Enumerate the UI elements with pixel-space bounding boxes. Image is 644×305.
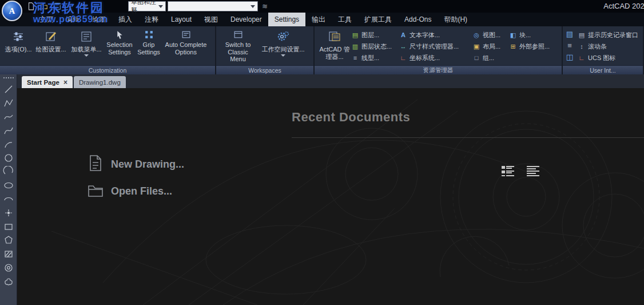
tab-addons[interactable]: Add-Ons	[398, 13, 438, 26]
layer-states-button[interactable]: 图层状态...	[351, 41, 399, 52]
toolbar-grip-handle[interactable]	[3, 77, 14, 80]
tool-spline-icon[interactable]	[1, 124, 16, 137]
chevron-down-icon	[158, 5, 163, 8]
load-menu-icon	[78, 29, 94, 45]
chevron-down-icon	[84, 54, 89, 57]
layouts-icon	[472, 42, 480, 50]
tab-developer[interactable]: Developer	[224, 13, 268, 26]
list-view-icon[interactable]	[526, 164, 540, 178]
save-icon[interactable]	[53, 2, 62, 11]
undo-icon[interactable]: ↶	[66, 2, 75, 11]
actcad-manager-button[interactable]: ActCAD 管理器...	[318, 27, 351, 60]
linetypes-button[interactable]: 线型...	[351, 52, 399, 64]
panel-list-icon[interactable]	[565, 30, 574, 39]
blocks-button[interactable]: 块...	[509, 29, 559, 41]
workspace-dropdown[interactable]: 草图和注释	[128, 1, 166, 11]
options-button[interactable]: 选项(O)...	[3, 27, 33, 53]
group-label-resource-manager: 资源管理器	[315, 65, 562, 74]
tool-donut-icon[interactable]	[1, 261, 16, 275]
tab-tools[interactable]: 工具	[332, 13, 358, 26]
coordinate-systems-button[interactable]: 坐标系统...	[399, 52, 472, 64]
chevron-down-icon	[281, 54, 285, 57]
tool-polygon-icon[interactable]	[1, 233, 16, 247]
drawing-settings-icon	[43, 29, 59, 45]
text-fonts-icon	[399, 31, 407, 39]
group-label-workspaces: Workspaces	[216, 65, 313, 74]
selection-settings-button[interactable]: Selection Settings	[104, 27, 135, 56]
app-logo-icon[interactable]: A	[2, 1, 22, 21]
tab-help[interactable]: 帮助(H)	[438, 13, 474, 26]
ribbon-group-resource-manager: ActCAD 管理器... 图层... 图层状态... 线型...	[315, 26, 562, 74]
ribbon-group-workspaces: Switch to Classic Menu 工作空间设置... Workspa…	[216, 26, 313, 74]
layers-button[interactable]: 图层...	[351, 29, 399, 41]
open-files-action[interactable]: Open Files...	[88, 181, 172, 201]
dim-style-manager-button[interactable]: 尺寸样式管理器...	[399, 41, 472, 52]
scroll-bars-toggle[interactable]: 滚动条	[578, 41, 641, 52]
tool-polyline-icon[interactable]	[1, 96, 16, 110]
groups-button[interactable]: 组...	[472, 52, 509, 64]
secondary-dropdown[interactable]	[168, 1, 258, 11]
tool-arc-icon[interactable]	[1, 137, 16, 151]
workspace-settings-button[interactable]: 工作空间设置...	[256, 27, 310, 57]
grip-settings-icon	[143, 29, 154, 40]
workspace-dropdown-value: 草图和注释	[131, 0, 158, 15]
tool-circle-icon[interactable]	[1, 151, 16, 165]
tab-settings[interactable]: Settings	[268, 13, 305, 26]
tab-draw[interactable]: 绘图	[86, 13, 112, 26]
group-label-customization: Customization	[0, 65, 215, 74]
prompt-history-icon	[578, 31, 586, 39]
drawing-settings-button[interactable]: 绘图设置...	[33, 27, 69, 53]
classic-menu-icon	[232, 29, 244, 40]
ribbon: 选项(O)... 绘图设置... 加载菜单...	[0, 26, 644, 74]
app-title: ActCAD 2020	[603, 2, 644, 10]
new-file-icon[interactable]	[26, 2, 35, 11]
tool-ellipse-arc-icon[interactable]	[1, 192, 16, 206]
switch-classic-menu-button[interactable]: Switch to Classic Menu	[220, 27, 256, 63]
grip-settings-button[interactable]: Grip Settings	[135, 27, 162, 56]
tool-ellipse-icon[interactable]	[1, 179, 16, 192]
workspace-settings-icon	[275, 29, 291, 45]
selection-settings-icon	[114, 29, 125, 40]
ribbon-group-customization: 选项(O)... 绘图设置... 加载菜单...	[0, 26, 215, 74]
views-icon	[472, 31, 480, 39]
views-button[interactable]: 视图...	[472, 29, 509, 41]
tool-revision-cloud-icon[interactable]	[1, 275, 16, 288]
layer-states-icon	[351, 42, 359, 50]
load-menu-button[interactable]: 加载菜单...	[69, 27, 104, 57]
panel-lines-icon[interactable]	[565, 41, 574, 50]
ucs-icon-toggle[interactable]: UCS 图标	[578, 52, 641, 64]
open-file-icon[interactable]	[39, 2, 49, 11]
auto-complete-options-button[interactable]: Auto Complete Options	[162, 27, 209, 56]
start-page-canvas: Recent Documents New Drawing... Open Fil…	[17, 88, 644, 305]
tool-rectangle-icon[interactable]	[1, 220, 16, 233]
tab-view[interactable]: 视图	[198, 13, 224, 26]
tool-hatch-icon[interactable]	[1, 247, 16, 261]
open-files-icon	[88, 181, 104, 201]
toolbar-overflow-icon[interactable]: ≋	[262, 2, 268, 10]
recent-view-toggles	[500, 164, 540, 178]
tab-output[interactable]: 输出	[305, 13, 332, 26]
xrefs-button[interactable]: 外部参照...	[509, 41, 559, 52]
recent-documents-heading: Recent Documents	[292, 110, 410, 125]
doc-tab-drawing1[interactable]: Drawing1.dwg	[74, 76, 126, 88]
thumbnail-view-icon[interactable]	[500, 164, 515, 178]
text-fonts-button[interactable]: 文本字体...	[399, 29, 472, 41]
close-icon[interactable]: ×	[63, 79, 67, 86]
layouts-button[interactable]: 布局...	[472, 41, 509, 52]
chevron-down-icon	[251, 5, 255, 8]
tool-point-icon[interactable]	[1, 206, 16, 220]
new-drawing-icon	[88, 155, 104, 174]
tab-express-tools[interactable]: 扩展工具	[358, 13, 398, 26]
prompt-history-toggle[interactable]: 提示历史记录窗口	[578, 29, 641, 41]
tab-home[interactable]: 主页	[33, 13, 59, 26]
tool-line-icon[interactable]	[1, 82, 16, 96]
new-drawing-action[interactable]: New Drawing...	[88, 155, 184, 174]
tool-freehand-icon[interactable]	[1, 110, 16, 124]
tab-layout[interactable]: Layout	[165, 13, 198, 26]
redo-icon[interactable]: ↷	[79, 2, 88, 11]
ribbon-tab-bar: 主页 编辑 绘图 插入 注释 Layout 视图 Developer Setti…	[0, 13, 644, 26]
panel-columns-icon[interactable]	[565, 53, 574, 62]
tab-edit[interactable]: 编辑	[59, 13, 86, 26]
doc-tab-start-page[interactable]: Start Page ×	[22, 76, 73, 88]
tool-arc-3point-icon[interactable]	[1, 165, 16, 179]
